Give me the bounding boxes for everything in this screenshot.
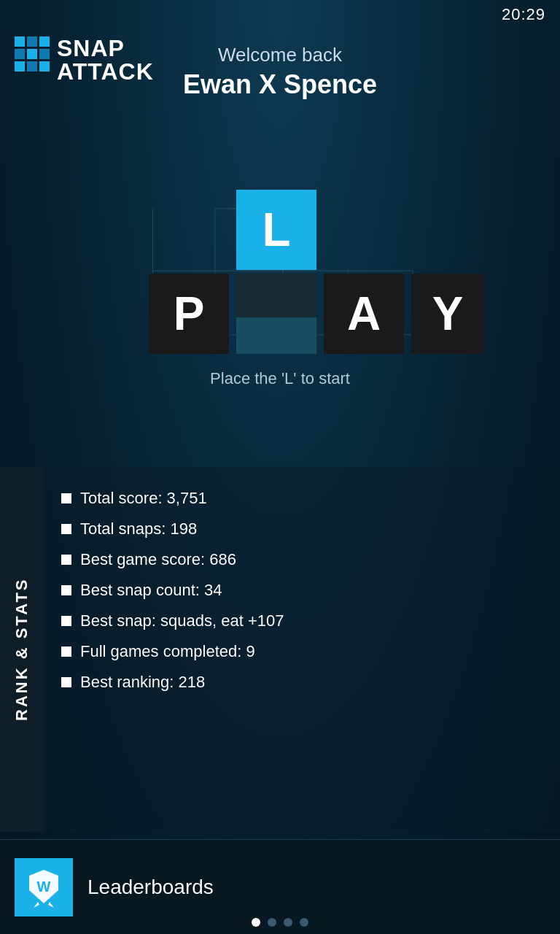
stat-label: Full games completed: 9 — [80, 642, 255, 661]
pagination-dot-2 — [284, 918, 292, 927]
rank-stats-label: RANK & STATS — [0, 467, 44, 832]
stat-item: Total score: 3,751 — [61, 489, 542, 508]
stat-bullet-icon — [61, 616, 71, 626]
stat-bullet-icon — [61, 524, 71, 534]
stat-item: Best snap count: 34 — [61, 581, 542, 600]
pagination-dot-1 — [268, 918, 276, 927]
bottom-bar[interactable]: W Leaderboards — [0, 839, 560, 934]
stat-item: Best ranking: 218 — [61, 673, 542, 692]
svg-text:W: W — [37, 879, 51, 895]
stat-bullet-icon — [61, 555, 71, 565]
stat-item: Best snap: squads, eat +107 — [61, 611, 542, 630]
svg-marker-12 — [48, 902, 54, 908]
leaderboards-label[interactable]: Leaderboards — [88, 876, 214, 899]
stat-label: Total snaps: 198 — [80, 520, 197, 539]
stat-bullet-icon — [61, 493, 71, 503]
play-hint: Place the 'L' to start — [210, 369, 350, 388]
pagination-dots — [0, 918, 560, 927]
stat-bullet-icon — [61, 677, 71, 687]
stats-content: Total score: 3,751 Total snaps: 198 Best… — [44, 467, 560, 832]
stat-label: Total score: 3,751 — [80, 489, 207, 508]
stat-item: Best game score: 686 — [61, 550, 542, 569]
status-time: 20:29 — [502, 5, 545, 24]
rank-stats-section: RANK & STATS Total score: 3,751 Total sn… — [0, 467, 560, 832]
stat-item: Full games completed: 9 — [61, 642, 542, 661]
stat-bullet-icon — [61, 585, 71, 595]
pagination-dot-0 — [252, 918, 260, 927]
stat-label: Best snap: squads, eat +107 — [80, 611, 284, 630]
username: Ewan X Spence — [0, 69, 560, 100]
tile-a: A — [324, 274, 404, 354]
welcome-greeting: Welcome back — [0, 44, 560, 66]
play-area[interactable]: P L A Y Place the 'L' to start — [0, 190, 560, 388]
pagination-dot-3 — [300, 918, 308, 927]
leaderboard-row[interactable]: W Leaderboards — [15, 858, 214, 916]
trophy-icon: W — [22, 865, 66, 909]
welcome-area: Welcome back Ewan X Spence — [0, 44, 560, 100]
leaderboard-icon: W — [15, 858, 73, 916]
tile-y: Y — [411, 274, 484, 354]
stat-label: Best game score: 686 — [80, 550, 236, 569]
tile-l[interactable]: L — [236, 190, 316, 270]
tile-p: P — [149, 274, 229, 354]
tiles-container: P L A Y — [141, 190, 419, 358]
tile-center-reflection — [236, 317, 316, 354]
stat-label: Best ranking: 218 — [80, 673, 205, 692]
status-bar: 20:29 — [0, 0, 560, 29]
svg-marker-11 — [34, 902, 39, 908]
stat-label: Best snap count: 34 — [80, 581, 222, 600]
tile-center — [236, 274, 316, 354]
stat-item: Total snaps: 198 — [61, 520, 542, 539]
stat-bullet-icon — [61, 647, 71, 657]
